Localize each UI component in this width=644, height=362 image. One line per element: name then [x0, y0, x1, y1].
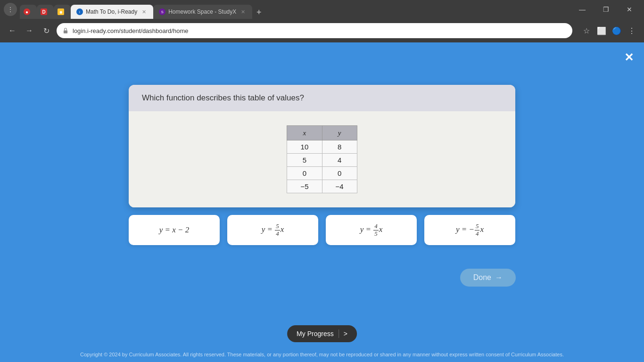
table-cell-x1: 10 [287, 140, 322, 154]
browser-chrome: ⋮ ● D ■ i Math To Do, i-Ready ✕ S [0, 0, 644, 42]
address-bar: ← → ↻ login.i-ready.com/student/dashboar… [0, 19, 644, 42]
table-cell-y1: 8 [322, 140, 357, 154]
table-cell-y3: 0 [322, 167, 357, 180]
my-progress-button[interactable]: My Progress > [287, 325, 357, 342]
question-card: Which function describes this table of v… [129, 85, 515, 207]
title-bar: ⋮ ● D ■ i Math To Do, i-Ready ✕ S [0, 0, 644, 19]
tab-math-todo[interactable]: i Math To Do, i-Ready ✕ [71, 5, 153, 19]
table-cell-y4: −4 [322, 180, 357, 193]
tab-5-close[interactable]: ✕ [239, 8, 247, 16]
done-label: Done [473, 273, 491, 282]
answer-option-3[interactable]: y = 45x [326, 215, 417, 245]
answer-option-1[interactable]: y = x − 2 [129, 215, 220, 245]
table-cell-x2: 5 [287, 154, 322, 167]
question-body: x y 10 8 5 4 0 0 [129, 111, 515, 207]
my-progress-arrow: > [344, 330, 347, 337]
table-row: 5 4 [287, 154, 357, 167]
table-cell-x3: 0 [287, 167, 322, 180]
tab-4-close[interactable]: ✕ [140, 8, 148, 16]
answer-option-4-label: y = −54x [456, 223, 484, 237]
answer-option-2[interactable]: y = 54x [227, 215, 318, 245]
my-progress-label: My Progress [297, 330, 334, 337]
extension-button-2[interactable]: 🔵 [610, 24, 623, 37]
done-button[interactable]: Done → [460, 269, 516, 287]
window-controls: — ❐ ✕ [571, 2, 640, 16]
answer-option-4[interactable]: y = −54x [424, 215, 515, 245]
address-bar-input[interactable]: login.i-ready.com/student/dashboard/home [57, 23, 572, 38]
tab-3[interactable]: ■ [54, 5, 71, 19]
done-arrow: → [495, 273, 503, 282]
maximize-button[interactable]: ❐ [595, 2, 617, 16]
answer-option-1-label: y = x − 2 [159, 225, 190, 235]
svg-rect-0 [64, 30, 67, 33]
tab-1-favicon: ● [24, 8, 30, 15]
table-header-x: x [287, 126, 322, 140]
lock-icon [62, 27, 69, 34]
tab-5-label: Homework Space - StudyX [168, 8, 236, 15]
answer-option-2-label: y = 54x [262, 223, 284, 237]
tab-1[interactable]: ● [20, 5, 37, 19]
browser-menu-button[interactable]: ⋮ [4, 3, 17, 16]
back-button[interactable]: ← [6, 24, 19, 37]
tab-2[interactable]: D [37, 5, 54, 19]
table-row: 0 0 [287, 167, 357, 180]
table-row: 10 8 [287, 140, 357, 154]
refresh-button[interactable]: ↻ [40, 24, 53, 37]
question-header: Which function describes this table of v… [129, 85, 515, 111]
minimize-button[interactable]: — [571, 2, 593, 16]
address-text: login.i-ready.com/student/dashboard/home [73, 27, 567, 34]
table-cell-x4: −5 [287, 180, 322, 193]
new-tab-button[interactable]: + [252, 6, 265, 19]
toolbar-icons: ☆ ⬜ 🔵 ⋮ [580, 24, 638, 37]
copyright-text: Copyright © 2024 by Curriculum Associate… [0, 352, 644, 357]
my-progress-divider [339, 329, 339, 338]
tab-4-favicon: i [76, 8, 83, 15]
forward-button[interactable]: → [23, 24, 36, 37]
close-window-button[interactable]: ✕ [619, 2, 640, 16]
table-header-y: y [322, 126, 357, 140]
answer-options: y = x − 2 y = 54x y = 45x y = −54x [129, 215, 515, 245]
answer-option-3-label: y = 45x [360, 223, 383, 237]
table-row: −5 −4 [287, 180, 357, 193]
tabs-area: ● D ■ i Math To Do, i-Ready ✕ S Homework… [20, 0, 569, 19]
tab-5-favicon: S [159, 8, 165, 15]
bookmark-button[interactable]: ☆ [580, 24, 593, 37]
close-overlay-button[interactable]: ✕ [620, 49, 637, 66]
tab-4-label: Math To Do, i-Ready [86, 8, 137, 15]
extension-button-1[interactable]: ⬜ [595, 24, 608, 37]
question-prompt: Which function describes this table of v… [142, 93, 304, 102]
values-table: x y 10 8 5 4 0 0 [287, 125, 357, 193]
table-cell-y2: 4 [322, 154, 357, 167]
tab-homework[interactable]: S Homework Space - StudyX ✕ [153, 5, 252, 19]
tab-2-favicon: D [41, 8, 47, 15]
main-content: ✕ Which function describes this table of… [0, 42, 644, 362]
menu-button[interactable]: ⋮ [625, 24, 638, 37]
tab-3-favicon: ■ [58, 8, 64, 15]
